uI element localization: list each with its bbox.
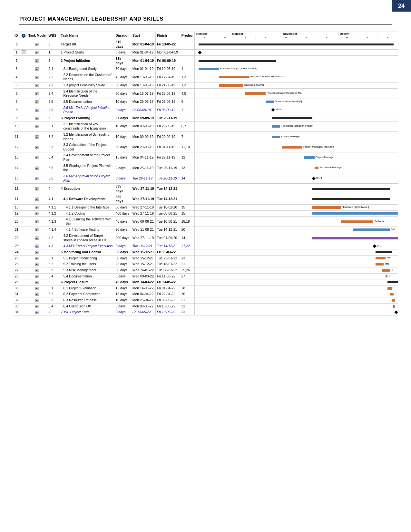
row-mode: ► xyxy=(27,66,47,72)
row-task-name: 5.4 Documentation xyxy=(59,273,114,279)
gantt-bar xyxy=(219,84,243,87)
row-id: 6 xyxy=(13,88,20,99)
row-predec: 31 xyxy=(180,297,194,304)
row-mode: ► xyxy=(27,142,47,152)
row-id: 12 xyxy=(13,142,20,152)
row-duration: 63 days xyxy=(114,249,131,255)
row-mode: ► xyxy=(27,99,47,105)
row-info xyxy=(20,233,27,243)
row-task-name: 3 Project Planning xyxy=(59,115,114,121)
row-id: 32 xyxy=(13,297,20,304)
row-start: Mon 25-04-22 xyxy=(131,297,155,304)
row-predec: 7 xyxy=(180,105,194,115)
table-row: 5 ► 2.3 2.3 project Feasibility Study 30… xyxy=(13,82,398,89)
gantt-bar-label: Functional Manager ,Project xyxy=(281,124,313,128)
row-gantt: 14-1 xyxy=(194,243,398,249)
row-start: Tue 14-12-21 xyxy=(131,243,155,249)
row-duration: 30 days xyxy=(114,88,131,99)
row-task-name: 4.2 Development of Target stores in chos… xyxy=(59,233,114,243)
row-id: 30 xyxy=(13,285,20,291)
row-wbs: 4.1.4 xyxy=(47,227,59,233)
row-info xyxy=(20,72,27,82)
table-row: 9 ► 3 3 Project Planning 57 days Mon 09-… xyxy=(13,115,398,121)
row-wbs: 6.2 xyxy=(47,291,59,297)
row-finish: Tue 25-01-22 xyxy=(155,255,180,261)
gantt-bar-label: Software xyxy=(375,220,385,223)
table-row: 12 ► 3.3 3.3 Calculation of the Project … xyxy=(13,142,398,152)
task-mode-icon: ► xyxy=(35,228,39,231)
gantt-bar-area xyxy=(195,310,398,315)
row-id: 19 xyxy=(13,210,20,217)
row-finish: Fri 22-11-19 xyxy=(155,152,180,163)
row-predec: 6 xyxy=(180,99,194,105)
gantt-bar-area xyxy=(195,186,398,191)
col-start: Start xyxy=(131,32,155,39)
gantt-bar-label: F xyxy=(395,292,396,295)
row-info xyxy=(20,309,27,315)
row-id: 23 xyxy=(13,243,20,249)
gantt-summary-bar xyxy=(312,198,390,200)
row-finish: Fri 22-04-22 xyxy=(155,291,180,297)
gantt-milestone-label: 06-09 xyxy=(275,108,281,111)
row-wbs: 1 xyxy=(47,50,59,56)
gantt-bar-area xyxy=(195,280,398,285)
row-start: Mon 14-03-22 xyxy=(131,279,155,285)
row-duration: 815 days xyxy=(114,39,131,50)
task-mode-icon: ► xyxy=(35,293,39,296)
gantt-bar-area: Business analyst ,Research Co: xyxy=(195,74,398,80)
row-info xyxy=(20,173,27,184)
task-mode-icon: ► xyxy=(35,251,39,254)
row-predec: 21 xyxy=(180,261,194,267)
table-row: 17 ► 4.1 4.1 Software Development 535 da… xyxy=(13,194,398,204)
row-gantt xyxy=(194,249,398,255)
col-gantt: ptember October November Decem B M E B M… xyxy=(194,32,398,39)
row-id: 7 xyxy=(13,99,20,105)
row-gantt: D xyxy=(194,273,398,279)
row-duration: 0 days xyxy=(114,50,131,56)
gantt-bar xyxy=(353,228,389,231)
row-gantt: Business analyst ,Research Co: xyxy=(194,72,398,82)
gantt-bar-area: Project Manager,Resource xyxy=(195,145,398,150)
gantt-table: ID i Task Mode WBS Task Name Duration St… xyxy=(13,32,398,315)
table-row: 20 ► 4.1.3 4.1.3 Linking the software wi… xyxy=(13,217,398,227)
gantt-milestone xyxy=(312,177,316,180)
row-predec: 20 xyxy=(180,227,194,233)
row-wbs: 4.2 xyxy=(47,233,59,243)
row-task-name: 6 Project Closure xyxy=(59,279,114,285)
row-start: Mon 04-11-19 xyxy=(131,152,155,163)
row-mode: ► xyxy=(27,121,47,131)
row-id: 2 xyxy=(13,55,20,66)
gantt-summary-bar xyxy=(272,117,312,119)
row-wbs: 4.1.2 xyxy=(47,210,59,217)
row-gantt xyxy=(194,303,398,309)
row-task-name: 7 M4: Project Ends xyxy=(59,309,114,315)
row-task-name: 4.1 Software Development xyxy=(59,194,114,204)
gantt-bar-label: Functional Manager xyxy=(319,166,342,169)
gantt-bar-area: Business analyst ,Project Manag xyxy=(195,66,398,72)
row-start: Wed 26-01-22 xyxy=(131,267,155,273)
row-duration: 30 days xyxy=(114,66,131,72)
row-duration: 90 days xyxy=(114,227,131,233)
row-id: 1 xyxy=(13,50,20,56)
row-mode: ► xyxy=(27,279,47,285)
row-duration: 10 days xyxy=(114,131,131,142)
row-finish: Fri 13-05-22 xyxy=(155,303,180,309)
row-finish: Fri 20-09-19 xyxy=(155,121,180,131)
table-row: 6 ► 2.4 2.4 Identifictaion of the Resour… xyxy=(13,88,398,99)
row-wbs: 3.3 xyxy=(47,142,59,152)
row-task-name: 5.2 Training the users xyxy=(59,261,114,267)
row-start: Wed 15-12-21 xyxy=(131,261,155,267)
row-start: Fri 06-09-19 xyxy=(131,105,155,115)
row-predec: 7 xyxy=(180,131,194,142)
row-id: 5 xyxy=(13,82,20,89)
row-info xyxy=(20,279,27,285)
row-start: Mon 26-08-19 xyxy=(131,99,155,105)
row-gantt: Software xyxy=(194,217,398,227)
gantt-bar xyxy=(341,220,374,223)
col-info: i xyxy=(20,32,27,39)
row-wbs: 2.6 xyxy=(47,105,59,115)
row-task-name: 3.5 Sharing the Project Plan with the xyxy=(59,163,114,173)
gantt-bar xyxy=(312,206,341,209)
row-duration: 45 days xyxy=(114,217,131,227)
row-task-name: 4 Execution xyxy=(59,184,114,194)
